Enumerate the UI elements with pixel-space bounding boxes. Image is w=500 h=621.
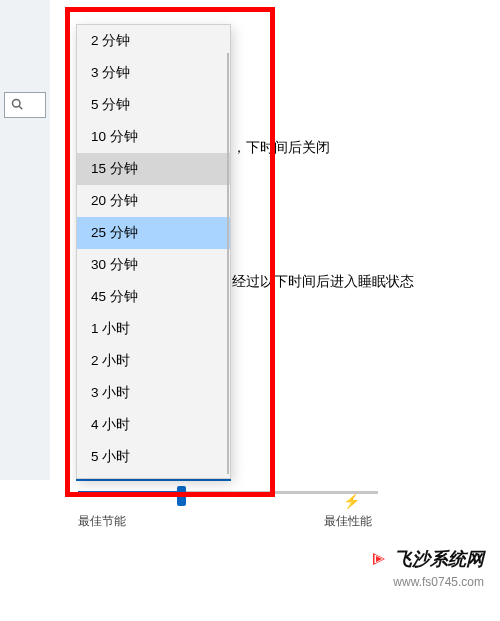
dropdown-option[interactable]: 5 分钟 — [77, 89, 230, 121]
dropdown-option[interactable]: 5 小时 — [77, 441, 230, 473]
dropdown-option[interactable]: 4 小时 — [77, 409, 230, 441]
search-icon — [11, 97, 23, 113]
slider-label-right: 最佳性能 — [324, 513, 372, 530]
dropdown-option[interactable]: 2 分钟 — [77, 25, 230, 57]
combobox-underline — [76, 479, 231, 481]
dropdown-scrollbar[interactable] — [227, 53, 229, 474]
search-input[interactable] — [4, 92, 46, 118]
watermark-text: 飞沙系统网 — [394, 547, 484, 571]
watermark-url: www.fs0745.com — [393, 575, 484, 589]
slider-track-filled — [78, 491, 183, 494]
dropdown-option[interactable]: 2 小时 — [77, 345, 230, 377]
sleep-description: 经过以下时间后进入睡眠状态 — [232, 273, 414, 291]
power-mode-slider[interactable]: ⚡ 最佳节能 最佳性能 — [78, 485, 378, 525]
dropdown-option[interactable]: 45 分钟 — [77, 281, 230, 313]
slider-thumb[interactable] — [177, 486, 186, 506]
slider-label-left: 最佳节能 — [78, 513, 126, 530]
watermark: 飞沙系统网 — [370, 547, 484, 571]
time-dropdown[interactable]: 2 分钟3 分钟5 分钟10 分钟15 分钟20 分钟25 分钟30 分钟45 … — [76, 24, 231, 479]
dropdown-option[interactable]: 1 小时 — [77, 313, 230, 345]
dropdown-option[interactable]: 15 分钟 — [77, 153, 230, 185]
dropdown-option[interactable]: 30 分钟 — [77, 249, 230, 281]
slider-track — [78, 491, 378, 494]
watermark-logo-icon — [370, 550, 388, 568]
dropdown-option[interactable]: 20 分钟 — [77, 185, 230, 217]
lightning-icon: ⚡ — [343, 493, 360, 509]
left-sidebar-band — [0, 0, 50, 480]
screen-off-description: ，下时间后关闭 — [232, 139, 330, 157]
dropdown-option[interactable]: 25 分钟 — [77, 217, 230, 249]
svg-line-1 — [19, 106, 22, 109]
svg-point-0 — [13, 100, 21, 108]
dropdown-option[interactable]: 3 分钟 — [77, 57, 230, 89]
dropdown-option[interactable]: 3 小时 — [77, 377, 230, 409]
dropdown-option[interactable]: 从不 — [77, 473, 230, 479]
dropdown-option[interactable]: 10 分钟 — [77, 121, 230, 153]
